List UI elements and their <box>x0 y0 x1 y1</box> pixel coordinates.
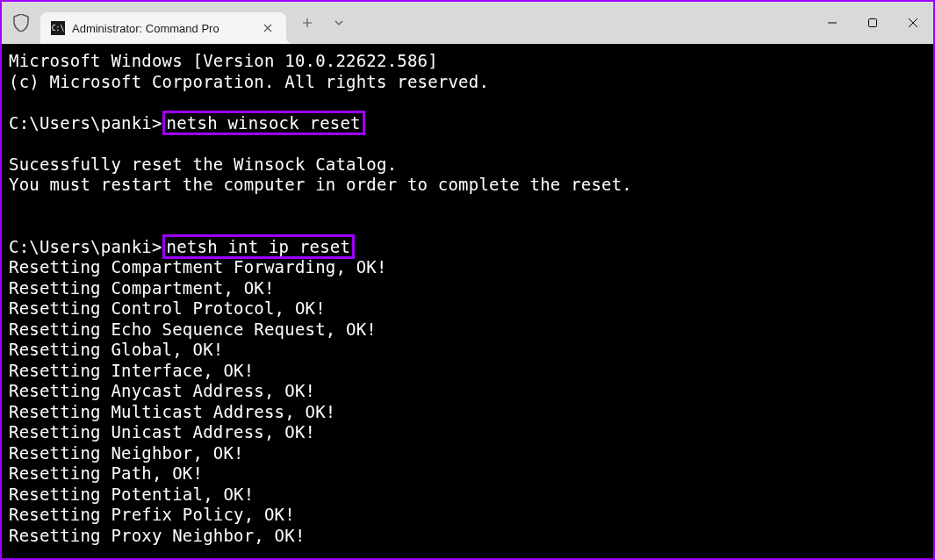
maximize-icon <box>867 18 878 28</box>
shield-icon <box>13 14 29 32</box>
terminal-output[interactable]: Microsoft Windows [Version 10.0.22622.58… <box>2 44 933 553</box>
output-line: Resetting Control Protocol, OK! <box>9 298 326 318</box>
minimize-icon <box>827 18 838 28</box>
close-icon <box>908 18 918 28</box>
tab-actions <box>286 2 360 44</box>
output-line: Resetting Interface, OK! <box>9 361 254 380</box>
command-highlight-2: netsh int ip reset <box>162 234 356 259</box>
tab-dropdown-button[interactable] <box>325 9 353 37</box>
output-line: Resetting Global, OK! <box>9 340 223 359</box>
output-line: Resetting Proxy Neighbor, OK! <box>9 526 306 545</box>
window-controls <box>812 2 933 44</box>
output-line: Resetting Echo Sequence Request, OK! <box>9 319 377 339</box>
output-line: Resetting Compartment, OK! <box>9 278 275 298</box>
titlebar: C:\ Administrator: Command Pro <box>2 2 933 44</box>
prompt: C:\Users\panki> <box>9 113 162 133</box>
output-line: Resetting Neighbor, OK! <box>9 443 244 463</box>
plus-icon <box>302 18 313 28</box>
tab-close-button[interactable] <box>260 20 276 36</box>
chevron-down-icon <box>334 19 344 26</box>
close-icon <box>263 24 272 32</box>
output-line: You must restart the computer in order t… <box>9 175 632 194</box>
output-line: Resetting Potential, OK! <box>9 485 254 504</box>
tab-title: Administrator: Command Pro <box>72 22 253 35</box>
maximize-button[interactable] <box>852 2 893 44</box>
close-window-button[interactable] <box>893 2 933 44</box>
output-line: Resetting Prefix Policy, OK! <box>9 505 295 524</box>
output-line: Resetting Compartment Forwarding, OK! <box>9 257 387 276</box>
copyright-line: (c) Microsoft Corporation. All rights re… <box>9 72 489 91</box>
cmd-icon: C:\ <box>51 21 65 35</box>
output-line: Resetting Unicast Address, OK! <box>9 422 315 442</box>
active-tab[interactable]: C:\ Administrator: Command Pro <box>40 12 286 44</box>
minimize-button[interactable] <box>812 2 852 44</box>
titlebar-left: C:\ Administrator: Command Pro <box>2 2 360 44</box>
prompt: C:\Users\panki> <box>9 237 162 256</box>
output-line: Resetting Anycast Address, OK! <box>9 381 315 400</box>
command-highlight-1: netsh winsock reset <box>162 111 365 135</box>
output-line: Resetting Multicast Address, OK! <box>9 402 335 421</box>
output-line: Sucessfully reset the Winsock Catalog. <box>9 154 397 174</box>
output-line: Resetting Path, OK! <box>9 463 203 483</box>
svg-rect-0 <box>869 19 877 27</box>
version-line: Microsoft Windows [Version 10.0.22622.58… <box>9 51 438 70</box>
new-tab-button[interactable] <box>293 9 321 37</box>
